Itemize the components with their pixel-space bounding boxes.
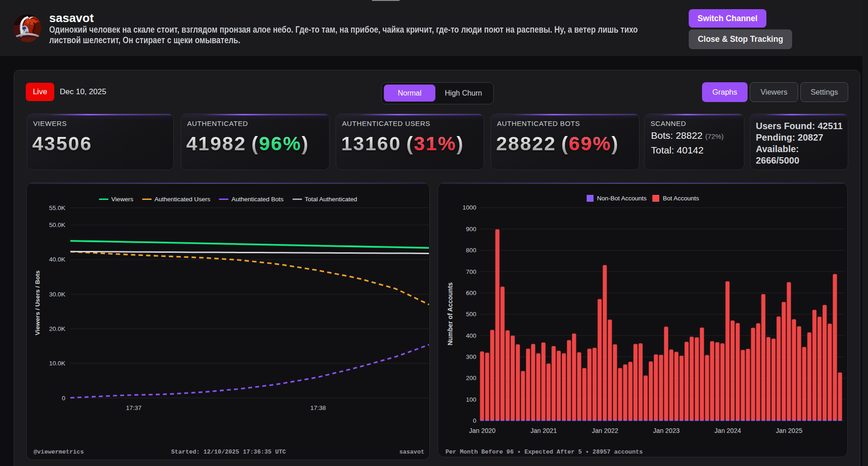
svg-text:17:37: 17:37 [126, 404, 142, 411]
svg-text:Jan 2023: Jan 2023 [653, 427, 680, 434]
svg-text:0: 0 [62, 395, 65, 402]
svg-text:Jan 2021: Jan 2021 [531, 427, 557, 434]
svg-text:200: 200 [466, 375, 476, 381]
svg-text:17:38: 17:38 [310, 404, 326, 411]
svg-text:55.0K: 55.0K [49, 205, 65, 211]
svg-text:Jan 2025: Jan 2025 [776, 427, 803, 434]
svg-text:10.0K: 10.0K [49, 360, 65, 367]
svg-text:100: 100 [466, 396, 476, 403]
svg-text:Jan 2022: Jan 2022 [592, 427, 618, 434]
svg-text:0: 0 [473, 417, 476, 424]
svg-text:400: 400 [466, 332, 476, 339]
svg-text:1000: 1000 [463, 204, 476, 211]
svg-text:40.0K: 40.0K [49, 256, 65, 263]
svg-text:20.0K: 20.0K [49, 325, 65, 332]
svg-text:800: 800 [466, 247, 476, 254]
svg-text:30.0K: 30.0K [49, 291, 65, 298]
svg-text:900: 900 [466, 226, 476, 233]
svg-text:300: 300 [466, 353, 476, 360]
svg-text:Jan 2020: Jan 2020 [469, 427, 496, 434]
svg-text:600: 600 [466, 290, 476, 296]
svg-text:50.0K: 50.0K [49, 222, 65, 228]
svg-text:500: 500 [466, 311, 476, 318]
svg-text:700: 700 [466, 268, 476, 275]
svg-text:Jan 2024: Jan 2024 [714, 427, 741, 434]
svg-text:Viewers / Users / Bots: Viewers / Users / Bots [34, 271, 41, 335]
svg-text:Number of Accounts: Number of Accounts [446, 282, 454, 345]
